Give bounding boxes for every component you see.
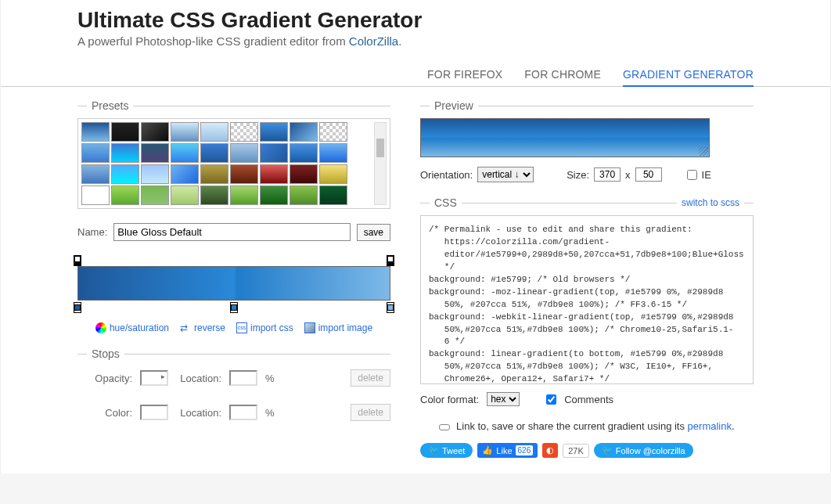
preset-swatch[interactable] <box>81 185 110 205</box>
opacity-field[interactable]: ▸ <box>140 370 168 386</box>
import-css-button[interactable]: cssimport css <box>236 322 293 333</box>
save-button[interactable]: save <box>357 224 390 241</box>
preset-swatch[interactable] <box>171 164 199 184</box>
tab-firefox[interactable]: FOR FIREFOX <box>427 63 502 86</box>
preset-swatch[interactable] <box>319 164 347 184</box>
preset-swatch[interactable] <box>171 185 199 205</box>
preset-swatch[interactable] <box>111 185 139 205</box>
presets-label: Presets <box>87 99 133 112</box>
preset-swatch[interactable] <box>141 122 169 142</box>
opacity-delete-button[interactable]: delete <box>351 369 390 387</box>
preset-swatch[interactable] <box>141 164 169 184</box>
follow-button[interactable]: 🐦Follow @colorzilla <box>594 443 693 458</box>
preset-swatch[interactable] <box>319 185 347 205</box>
size-height-input[interactable] <box>635 167 662 182</box>
preset-swatch[interactable] <box>200 164 228 184</box>
colorzilla-link[interactable]: ColorZilla <box>349 34 398 48</box>
twitter-icon: 🐦 <box>602 445 613 455</box>
stumbleupon-button[interactable]: ◐ <box>542 443 558 458</box>
preview-label: Preview <box>430 99 478 112</box>
permalink-icon <box>439 424 450 430</box>
switch-scss-link[interactable]: switch to scss <box>677 197 744 208</box>
css-output[interactable]: /* Permalink - use to edit and share thi… <box>420 215 754 384</box>
preset-swatch[interactable] <box>230 143 258 163</box>
reverse-button[interactable]: ⇄reverse <box>180 322 225 333</box>
preset-swatch[interactable] <box>81 122 110 142</box>
import-image-button[interactable]: import image <box>304 322 372 333</box>
name-input[interactable] <box>113 223 350 241</box>
stumbleupon-icon: ◐ <box>546 445 554 455</box>
twitter-icon: 🐦 <box>428 445 439 455</box>
preset-swatch[interactable] <box>171 122 199 142</box>
share-text: Link to, save or share the current gradi… <box>456 420 688 432</box>
subtitle-prefix: A powerful Photoshop-like CSS gradient e… <box>77 34 349 48</box>
preset-swatch[interactable] <box>260 143 288 163</box>
preset-swatch[interactable] <box>141 143 169 163</box>
color-stop[interactable] <box>74 302 81 313</box>
color-label: Color: <box>87 407 132 419</box>
preset-swatch[interactable] <box>81 164 110 184</box>
orientation-label: Orientation: <box>420 169 473 181</box>
fb-like-button[interactable]: 👍Like 626 <box>477 443 538 458</box>
preset-swatch[interactable] <box>290 164 318 184</box>
reverse-icon: ⇄ <box>180 322 191 333</box>
tab-chrome[interactable]: FOR CHROME <box>524 63 601 86</box>
name-label: Name: <box>77 226 107 238</box>
size-x: x <box>625 169 631 181</box>
color-format-select[interactable]: hex <box>487 392 520 406</box>
preset-swatch[interactable] <box>111 122 139 142</box>
thumbs-up-icon: 👍 <box>482 445 493 455</box>
opacity-stop[interactable] <box>74 255 81 266</box>
color-field[interactable] <box>140 405 168 420</box>
hue-saturation-button[interactable]: hue/saturation <box>95 322 169 333</box>
ie-checkbox[interactable] <box>687 170 697 180</box>
preview-box <box>420 118 710 157</box>
share-row: Link to, save or share the current gradi… <box>420 420 754 432</box>
opacity-stop[interactable] <box>387 255 394 266</box>
preset-swatch[interactable] <box>81 143 110 163</box>
gradient-editor[interactable] <box>77 257 390 318</box>
tweet-button[interactable]: 🐦Tweet <box>420 443 473 458</box>
preset-swatch[interactable] <box>290 143 318 163</box>
opacity-location-field[interactable] <box>229 370 257 386</box>
color-delete-button[interactable]: delete <box>351 404 390 421</box>
share-period: . <box>732 420 735 432</box>
tab-gradient-generator[interactable]: GRADIENT GENERATOR <box>623 63 754 87</box>
presets-scrollbar[interactable] <box>374 122 387 205</box>
color-location-label: Location: <box>176 407 221 419</box>
preset-swatch[interactable] <box>290 185 318 205</box>
nav-tabs: FOR FIREFOX FOR CHROME GRADIENT GENERATO… <box>1 48 830 87</box>
preset-swatch[interactable] <box>319 122 347 142</box>
comments-checkbox[interactable] <box>546 394 556 405</box>
preset-swatch[interactable] <box>200 143 228 163</box>
stumbleupon-count: 27K <box>563 444 589 458</box>
gradient-bar[interactable] <box>77 266 390 301</box>
color-location-pct: % <box>265 407 275 419</box>
import-image-icon <box>304 322 315 333</box>
preset-swatch[interactable] <box>111 143 139 163</box>
color-stop[interactable] <box>387 302 394 313</box>
preset-swatch[interactable] <box>260 122 288 142</box>
comments-label: Comments <box>564 394 613 405</box>
preset-swatch[interactable] <box>319 143 347 163</box>
preset-swatch[interactable] <box>141 185 169 205</box>
opacity-label: Opacity: <box>87 373 132 384</box>
import-css-icon: css <box>236 322 247 333</box>
preset-swatch[interactable] <box>111 164 139 184</box>
preset-swatch[interactable] <box>260 164 288 184</box>
preset-swatch[interactable] <box>290 122 318 142</box>
ie-label: IE <box>702 169 711 181</box>
permalink-link[interactable]: permalink <box>688 420 732 432</box>
color-stop[interactable] <box>230 302 238 313</box>
orientation-select[interactable]: vertical ↓ <box>477 167 534 182</box>
color-location-field[interactable] <box>229 405 257 420</box>
preset-swatch[interactable] <box>171 143 199 163</box>
preset-swatch[interactable] <box>200 185 228 205</box>
preset-swatch[interactable] <box>230 185 258 205</box>
preset-swatch[interactable] <box>230 164 258 184</box>
preset-swatch[interactable] <box>260 185 288 205</box>
preset-swatch[interactable] <box>200 122 228 142</box>
size-width-input[interactable] <box>594 167 621 182</box>
preview-resize-handle[interactable] <box>699 146 708 156</box>
preset-swatch[interactable] <box>230 122 258 142</box>
